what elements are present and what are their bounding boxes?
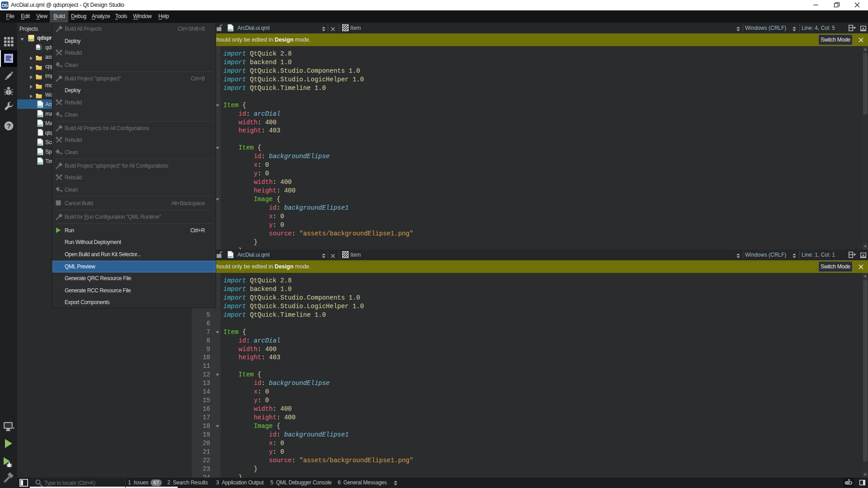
svg-text:qml: qml (38, 124, 42, 127)
svg-text:qml: qml (38, 105, 42, 108)
svg-text:qml: qml (38, 114, 42, 117)
svg-text:qml: qml (38, 162, 42, 164)
svg-text:qml: qml (38, 152, 42, 155)
svg-text:qml: qml (38, 143, 42, 145)
svg-text:qml: qml (36, 47, 40, 50)
svg-text:DS: DS (2, 3, 8, 8)
svg-text:qml: qml (228, 28, 232, 31)
svg-text:qml: qml (228, 255, 232, 258)
svg-text:?: ? (7, 122, 11, 130)
svg-text:qml: qml (28, 38, 33, 41)
